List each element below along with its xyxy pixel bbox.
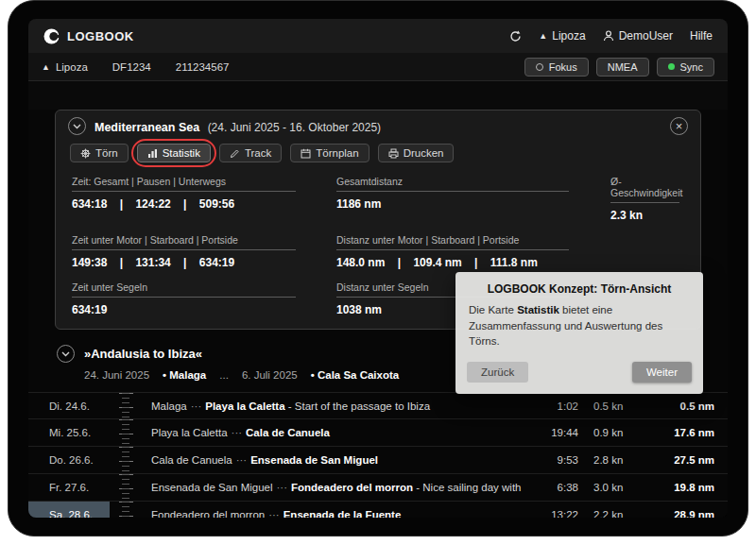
- timeline-ruler: [110, 419, 142, 446]
- log-distance: 28.9 nm: [641, 509, 714, 518]
- log-time: 13:22: [524, 509, 578, 518]
- timeline-ruler: [110, 502, 142, 518]
- log-date: Fr. 27.6.: [28, 474, 110, 501]
- vessel-menu[interactable]: ▲ Lipoza: [539, 29, 585, 43]
- nmea-button[interactable]: NMEA: [596, 58, 649, 77]
- printer-icon: [388, 148, 399, 159]
- log-row-selected[interactable]: Sa. 28.6. Fondeadero del morron···Ensena…: [28, 502, 728, 518]
- tab-drucken-label: Drucken: [404, 147, 444, 159]
- log-date: Do. 26.6.: [28, 447, 110, 473]
- timeline-ruler: [110, 447, 142, 473]
- log-speed: 0.9 kn: [578, 427, 641, 438]
- route-separator: ···: [228, 427, 247, 438]
- stat-value: 634:19: [72, 303, 310, 316]
- mmsi-value: 211234567: [176, 61, 230, 73]
- popup-title: LOGBOOK Konzept: Törn-Ansicht: [455, 272, 703, 302]
- route-separator: ···: [265, 509, 284, 518]
- toolbar-vessel-name: Lipoza: [56, 61, 88, 73]
- sync-status-icon: [668, 63, 675, 70]
- app-title: LOGBOOK: [67, 29, 134, 43]
- sync-button[interactable]: Sync: [657, 58, 714, 77]
- popup-body: Die Karte Statistik bietet eine Zusammen…: [455, 302, 703, 349]
- callsign-value: DF1234: [112, 61, 151, 73]
- logbook-logo-icon: [43, 28, 60, 44]
- boat-triangle-icon: ▲: [42, 62, 50, 72]
- log-row[interactable]: Fr. 27.6. Ensenada de San Miguel···Fonde…: [28, 474, 728, 502]
- route-separator: ···: [187, 400, 206, 412]
- pencil-icon: [230, 148, 240, 159]
- log-distance: 0.5 nm: [641, 400, 714, 412]
- route-separator: ···: [232, 454, 251, 466]
- tab-track-label: Track: [245, 147, 271, 159]
- log-distance: 27.5 nm: [641, 454, 714, 466]
- help-label: Hilfe: [690, 29, 713, 43]
- collapse-trip-button[interactable]: [68, 117, 86, 135]
- trip-tabs: Törn Statistik: [70, 144, 688, 162]
- stat-avg-speed: Ø-Geschwindigkeit 2.3 kn: [610, 176, 684, 222]
- leg-end-port: • Cala Sa Caixota: [311, 369, 400, 381]
- fokus-label: Fokus: [549, 61, 577, 73]
- stat-value: 2.3 kn: [610, 209, 684, 222]
- stat-total-distance: Gesamtdistanz 1186 nm: [336, 176, 584, 222]
- log-speed: 3.0 kn: [578, 482, 641, 493]
- leg-end-date: 6. Juli 2025: [242, 369, 298, 381]
- trip-date-range: (24. Juni 2025 - 16. Oktober 2025): [208, 121, 381, 134]
- header-vessel-name: Lipoza: [552, 29, 585, 43]
- app-header: LOGBOOK ▲ Lipoza: [28, 19, 728, 53]
- log-distance: 17.6 nm: [641, 427, 714, 438]
- refresh-icon: [509, 30, 522, 43]
- app-screen: LOGBOOK ▲ Lipoza: [28, 19, 728, 518]
- log-row[interactable]: Di. 24.6. Malaga···Playa la Caletta - St…: [28, 392, 728, 419]
- log-date: Di. 24.6.: [28, 393, 110, 418]
- log-description: Malaga···Playa la Caletta - Start of the…: [142, 400, 524, 412]
- help-link[interactable]: Hilfe: [690, 29, 713, 43]
- log-time: 9:53: [524, 454, 578, 466]
- stat-time-sail: Zeit unter Segeln 634:19: [72, 281, 310, 316]
- leg-start-port: • Malaga: [163, 369, 206, 381]
- chevron-down-icon: [73, 124, 81, 129]
- toolbar-vessel: ▲ Lipoza: [42, 61, 88, 73]
- timeline-ruler: [110, 474, 142, 501]
- log-description: Playa la Caletta···Cala de Canuela: [142, 427, 524, 438]
- log-distance: 19.8 nm: [641, 482, 714, 493]
- tab-toern-label: Törn: [95, 147, 118, 159]
- stat-time-motor: Zeit unter Motor | Starboard | Portside …: [72, 234, 310, 269]
- refresh-button[interactable]: [509, 30, 522, 43]
- log-time: 19:44: [524, 427, 578, 438]
- collapse-leg-button[interactable]: [57, 345, 75, 363]
- trip-title: Mediterranean Sea: [94, 121, 199, 134]
- log-row[interactable]: Do. 26.6. Cala de Canuela···Ensenada de …: [28, 447, 728, 474]
- app-logo: LOGBOOK: [43, 28, 134, 44]
- log-description: Ensenada de San Miguel···Fondeadero del …: [142, 482, 524, 493]
- tab-toern[interactable]: Törn: [70, 144, 129, 162]
- stat-label: Distanz unter Motor | Starboard | Portsi…: [336, 234, 569, 250]
- tab-toernplan[interactable]: Törnplan: [290, 144, 369, 162]
- log-speed: 2.2 kn: [578, 509, 641, 518]
- stat-value: 1186 nm: [336, 197, 584, 211]
- tab-track[interactable]: Track: [219, 144, 282, 162]
- stat-label: Gesamtdistanz: [336, 176, 569, 192]
- log-row[interactable]: Mi. 25.6. Playa la Caletta···Cala de Can…: [28, 419, 728, 447]
- stat-value: 634:18 | 124:22 | 509:56: [72, 197, 310, 211]
- log-time: 1:02: [524, 400, 578, 412]
- close-icon: ×: [676, 120, 683, 132]
- stat-distance-motor: Distanz unter Motor | Starboard | Portsi…: [336, 234, 584, 269]
- tab-statistik[interactable]: Statistik: [137, 144, 211, 162]
- close-trip-button[interactable]: ×: [670, 117, 688, 135]
- onboarding-popup: LOGBOOK Konzept: Törn-Ansicht Die Karte …: [455, 272, 703, 394]
- tablet-frame: LOGBOOK ▲ Lipoza: [8, 0, 748, 536]
- user-menu[interactable]: DemoUser: [603, 29, 673, 43]
- popup-back-button[interactable]: Zurück: [467, 362, 528, 383]
- log-time: 6:38: [524, 482, 578, 493]
- leg-start-date: 24. Juni 2025: [84, 369, 149, 381]
- header-user-name: DemoUser: [619, 29, 673, 43]
- vessel-toolbar: ▲ Lipoza DF1234 211234567 Fokus NMEA Syn…: [28, 53, 728, 81]
- fokus-button[interactable]: Fokus: [524, 58, 589, 77]
- tab-drucken[interactable]: Drucken: [378, 144, 455, 162]
- stat-label: Zeit: Gesamt | Pausen | Unterwegs: [72, 176, 296, 192]
- popup-next-button[interactable]: Weiter: [632, 362, 692, 383]
- sync-label: Sync: [680, 61, 703, 73]
- tab-statistik-label: Statistik: [163, 147, 200, 159]
- stat-label: Zeit unter Motor | Starboard | Portside: [72, 234, 296, 250]
- timeline-ruler: [110, 393, 142, 418]
